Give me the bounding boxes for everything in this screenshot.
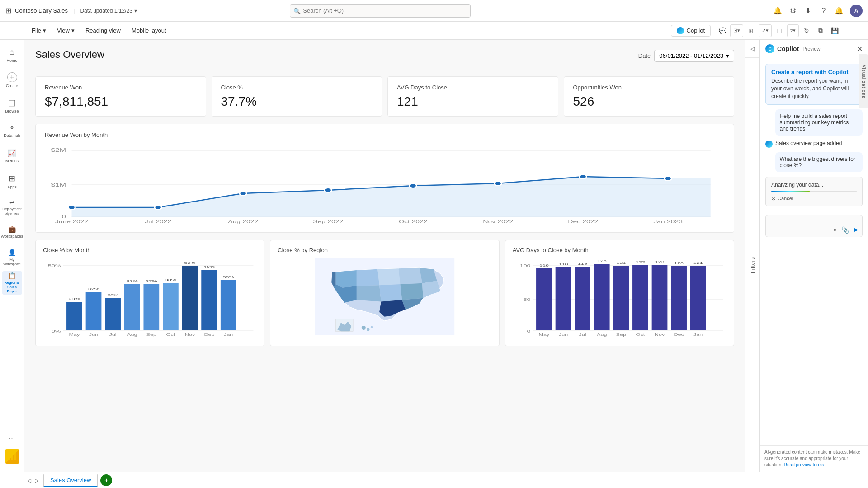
sidebar-item-deployment[interactable]: ⇌ Deployment pipelines <box>2 195 22 219</box>
preview-terms-link[interactable]: Read preview terms <box>784 462 824 467</box>
svg-point-61 <box>371 326 373 328</box>
table-icon[interactable]: ⊞ <box>745 24 757 37</box>
svg-rect-70 <box>555 267 571 330</box>
menu-view[interactable]: View ▾ <box>52 25 79 36</box>
add-tab-button[interactable]: + <box>100 474 112 486</box>
sidebar-item-datahub[interactable]: 🗄 Data hub <box>2 119 22 143</box>
date-picker[interactable]: 06/01/2022 - 01/12/2023 ▾ <box>654 50 734 62</box>
sidebar-bottom: ··· <box>2 432 22 468</box>
create-icon: + <box>7 72 17 82</box>
date-filter: Date 06/01/2022 - 01/12/2023 ▾ <box>638 50 734 62</box>
date-label: Date <box>638 52 651 59</box>
settings-icon[interactable]: ⚙ <box>788 6 797 15</box>
filters-panel-btn[interactable]: Filters <box>745 58 760 472</box>
view-toggle[interactable]: ⊡▾ <box>730 24 743 37</box>
collapse-arrow-icon: ◁ <box>750 46 755 52</box>
tab-bar: ◁ ▷ Sales Overview + <box>0 472 868 488</box>
save-icon[interactable]: 💾 <box>828 24 841 37</box>
svg-text:39%: 39% <box>223 275 234 279</box>
copy-icon[interactable]: ⧉ <box>814 24 827 37</box>
filter-collapse-btn[interactable]: ◁ <box>745 40 760 58</box>
close-pct-title: Close % by Month <box>43 247 257 253</box>
share-icon[interactable]: ↗▾ <box>759 24 772 37</box>
sidebar-item-salesrep[interactable]: 📋 Regional Sales Rep... <box>2 271 22 295</box>
svg-text:Jun: Jun <box>559 332 568 336</box>
sidebar-item-browse[interactable]: ◫ Browse <box>2 94 22 117</box>
user-avatar[interactable]: A <box>850 5 863 17</box>
svg-text:50: 50 <box>523 297 530 302</box>
chat-input-icons: ✦ 📎 ➤ <box>832 225 859 234</box>
svg-rect-40 <box>163 283 179 330</box>
help-icon[interactable]: ? <box>819 6 828 15</box>
copilot-preview-badge: Preview <box>802 46 820 52</box>
tab-prev-btn[interactable]: ◁ <box>27 477 32 484</box>
menu-reading-view[interactable]: Reading view <box>81 25 125 36</box>
svg-text:Jul: Jul <box>109 332 117 336</box>
search-input[interactable] <box>290 4 471 18</box>
copilot-button[interactable]: Copilot <box>671 25 711 37</box>
svg-text:Aug: Aug <box>127 332 137 336</box>
bottom-charts: Close % by Month 50% 0% 23% <box>35 240 734 346</box>
notifications-icon[interactable]: 🔔 <box>773 6 782 15</box>
copilot-icon <box>677 27 684 34</box>
svg-text:Jan: Jan <box>693 332 703 336</box>
filter-icon2[interactable]: ▿▾ <box>787 24 799 37</box>
svg-text:Oct 2022: Oct 2022 <box>399 219 427 224</box>
svg-text:32%: 32% <box>88 286 99 291</box>
kpi-close-value: 37.7% <box>221 94 373 109</box>
attach-icon[interactable]: 📎 <box>841 226 849 234</box>
kpi-revenue-value: $7,811,851 <box>45 94 197 109</box>
feedback-icon[interactable]: 🔔 <box>835 6 844 15</box>
svg-text:37%: 37% <box>127 279 138 283</box>
data-updated[interactable]: Data updated 1/12/23 ▾ <box>80 8 137 14</box>
tab-sales-overview[interactable]: Sales Overview <box>43 474 98 487</box>
sidebar-item-create[interactable]: + Create <box>2 69 22 92</box>
sidebar-item-workspaces[interactable]: 💼 Workspaces <box>2 221 22 244</box>
svg-text:116: 116 <box>539 263 549 267</box>
svg-text:52%: 52% <box>184 260 195 264</box>
svg-rect-76 <box>613 266 629 330</box>
avg-days-title: AVG Days to Close by Month <box>513 247 726 253</box>
svg-point-17 <box>665 176 672 181</box>
svg-text:121: 121 <box>616 260 626 264</box>
topbar-actions: 🔔 ⚙ ⬇ ? 🔔 A <box>773 5 863 17</box>
comment-icon[interactable]: □ <box>773 24 786 37</box>
close-pct-month-chart: Close % by Month 50% 0% 23% <box>35 240 264 346</box>
viz-tab[interactable]: Visualizations <box>859 54 868 108</box>
cancel-button[interactable]: ⊘ Cancel <box>771 195 857 202</box>
svg-text:123: 123 <box>655 259 664 263</box>
power-bi-logo[interactable] <box>5 449 19 464</box>
sidebar-item-metrics[interactable]: 📈 Metrics <box>2 145 22 168</box>
svg-rect-30 <box>66 302 82 330</box>
svg-text:Dec: Dec <box>204 332 214 336</box>
progress-fill <box>771 191 810 192</box>
tab-next-btn[interactable]: ▷ <box>34 477 39 484</box>
menu-mobile-layout[interactable]: Mobile layout <box>127 25 171 36</box>
copilot-footer: AI-generated content can make mistakes. … <box>760 445 868 472</box>
refresh-icon[interactable]: ↻ <box>800 24 813 37</box>
sidebar-item-apps[interactable]: ⊞ Apps <box>2 170 22 193</box>
download-icon[interactable]: ⬇ <box>804 6 813 15</box>
svg-text:Jul 2022: Jul 2022 <box>145 219 171 224</box>
svg-text:May: May <box>538 332 550 336</box>
sidebar-item-home[interactable]: ⌂ Home <box>2 43 22 67</box>
chat-icon[interactable]: 💬 <box>716 24 729 37</box>
sidebar-item-myworkspace[interactable]: 👤 My workspace <box>2 246 22 269</box>
menu-file[interactable]: File ▾ <box>27 25 51 36</box>
send-icon[interactable]: ➤ <box>853 225 859 234</box>
kpi-opps-label: Opportunities Won <box>573 84 725 91</box>
more-options[interactable]: ··· <box>2 432 22 446</box>
svg-text:100: 100 <box>519 263 530 268</box>
app-grid-icon[interactable]: ⊞ <box>5 6 11 15</box>
chat-msg-1: Help me build a sales report summarizing… <box>775 109 863 136</box>
svg-text:Nov 2022: Nov 2022 <box>483 219 513 224</box>
svg-rect-74 <box>594 264 610 330</box>
copilot-close-btn[interactable]: ✕ <box>857 45 863 53</box>
svg-text:125: 125 <box>597 258 606 263</box>
filters-label: Filters <box>750 257 755 273</box>
sparkle-icon[interactable]: ✦ <box>832 226 838 234</box>
svg-text:Sep: Sep <box>146 332 157 336</box>
svg-text:Jan 2023: Jan 2023 <box>653 219 682 224</box>
report-header: Sales Overview Date 06/01/2022 - 01/12/2… <box>35 49 734 69</box>
svg-text:119: 119 <box>578 261 587 265</box>
